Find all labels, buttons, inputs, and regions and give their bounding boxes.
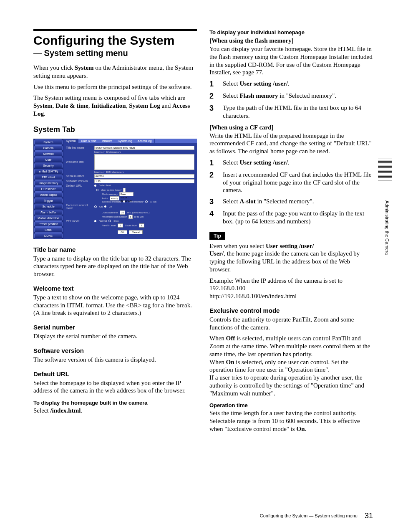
text: When: [209, 335, 226, 342]
step-text: Select User setting /user/.: [223, 80, 373, 88]
fig-maxwait-input[interactable]: 5: [128, 215, 132, 219]
fig-sidebar-item[interactable]: Image memory: [34, 180, 63, 186]
page-title: Configuring the System: [33, 33, 197, 48]
field-titlebar-text: Type a name to display on the title bar …: [33, 255, 197, 278]
fig-ptz-step: Step: [113, 220, 118, 222]
fig-sidebar-item[interactable]: Alarm output: [34, 192, 63, 198]
field-software-heading: Software version: [33, 347, 197, 354]
step-row: 1Select User setting /user/.: [209, 80, 373, 89]
fig-flash-free: Free space : 81920byte: [119, 192, 134, 196]
tip-p2: User/, the home page inside the camera c…: [209, 250, 373, 273]
fig-exclusive-off: Off: [109, 205, 112, 208]
field-titlebar-heading: Title bar name: [33, 246, 197, 253]
fig-sidebar-item[interactable]: Schedule: [34, 204, 63, 209]
fig-sidebar-item[interactable]: Camera: [34, 145, 63, 151]
fig-sidebar-item[interactable]: Preset position: [34, 221, 63, 227]
fig-pantilt-label: Pan/Tilt level: [102, 224, 116, 227]
fig-optime-input[interactable]: 30: [120, 210, 125, 215]
field-default-sub1-text: Select /index.html.: [33, 407, 197, 415]
step-text: Type the path of the HTML file in the te…: [223, 104, 373, 120]
fig-sidebar-item[interactable]: System: [34, 139, 63, 145]
fig-sidebar-item[interactable]: e-Mail (SMTP): [34, 169, 63, 174]
fig-tab[interactable]: System: [63, 139, 78, 143]
text: Select: [33, 407, 50, 414]
fig-flash-label: Flash memory: [102, 193, 118, 195]
fig-tab[interactable]: Initialize: [99, 139, 115, 143]
text: When you click: [33, 64, 75, 71]
fig-tab[interactable]: Date & time: [78, 139, 99, 143]
fig-defaulturl-opt2: User setting /user/: [101, 189, 121, 191]
fig-titlebar-label: Title bar name: [66, 146, 93, 149]
text: User/: [209, 250, 224, 257]
fig-software-input: 1.28: [94, 179, 194, 183]
fig-ok-button[interactable]: OK: [118, 230, 127, 234]
text: Even when you select: [209, 243, 266, 249]
fig-selmem-opt1: Flash memory: [128, 200, 144, 203]
text: .: [305, 426, 306, 432]
step-number: 2: [209, 171, 217, 180]
fig-maxwait-unit: (0 to 10): [134, 215, 144, 218]
footer-text: Configuring the System — System setting …: [260, 513, 358, 518]
text: Sets the time length for a user having t…: [209, 410, 360, 432]
page-subtitle: — System setting menu: [33, 48, 197, 58]
fig-sidebar-item[interactable]: Motion detection: [34, 215, 63, 221]
radio-on-icon[interactable]: [94, 220, 96, 222]
step-number: 3: [209, 198, 217, 206]
text: .: [44, 110, 45, 117]
text: ,: [88, 102, 92, 109]
fig-software-label: Software version: [66, 180, 93, 182]
fig-defaulturl-opt1: /index.html: [99, 184, 111, 187]
fig-zoom-select[interactable]: 1: [139, 223, 144, 228]
radio-on-icon[interactable]: [104, 205, 106, 208]
field-exclusive-p4: If a user tries to operate during operat…: [209, 374, 373, 397]
fig-aslot-label: A-slot: [102, 197, 108, 200]
fig-sidebar-item[interactable]: Network: [34, 151, 63, 157]
text: Off: [226, 335, 235, 342]
fig-tab[interactable]: Access log: [135, 139, 155, 143]
field-welcome-heading: Welcome text: [33, 285, 197, 292]
step-number: 1: [209, 80, 217, 89]
intro-paragraph-1: When you click System on the Administrat…: [33, 64, 197, 80]
intro-paragraph-2: Use this menu to perform the principal s…: [33, 83, 197, 91]
fig-sidebar-item[interactable]: DDNS: [34, 233, 63, 238]
step-row: 3Select A-slot in "Selected memory".: [209, 198, 373, 206]
fig-titlebar-input[interactable]: SONY Network Camera SNC-RZ25: [94, 146, 194, 150]
fig-sidebar-item[interactable]: FTP server: [34, 186, 63, 192]
side-decoration-lines: [378, 159, 392, 180]
col2-sub1-heading: To display your individual homepage: [209, 29, 373, 35]
radio-off-icon[interactable]: [94, 205, 97, 208]
fig-sidebar-item[interactable]: Security: [34, 163, 63, 168]
side-caption: Administrating the Camera: [385, 200, 390, 255]
fig-sidebar-item[interactable]: FTP client: [34, 175, 63, 180]
fig-sidebar-item[interactable]: Alarm buffer: [34, 210, 63, 215]
fig-zoom-label: Zoom level: [125, 224, 137, 227]
fig-maxwait-label: Maximum wait number: [102, 215, 127, 218]
step-text: Select User setting /user/.: [223, 159, 373, 167]
fig-tab[interactable]: System log: [115, 139, 135, 143]
fig-sidebar-item[interactable]: Trigger: [34, 198, 63, 203]
fig-user-input[interactable]: [123, 188, 126, 192]
text: /index.html: [50, 407, 81, 414]
step-number: 1: [209, 159, 217, 167]
section-system-tab: System Tab: [33, 125, 197, 135]
fig-sidebar-item[interactable]: Serial: [34, 227, 63, 233]
text: Initialization: [91, 102, 126, 109]
fig-welcome-input[interactable]: [94, 154, 194, 170]
tip-badge: Tip: [209, 232, 225, 240]
col2-p1: You can display your favorite homepage. …: [209, 45, 373, 76]
radio-off-icon[interactable]: [96, 189, 98, 191]
fig-welcome-label: Welcome text: [66, 160, 93, 163]
text: System: [33, 102, 53, 109]
field-default-heading: Default URL: [33, 370, 197, 377]
step-text: Select A-slot in "Selected memory".: [223, 198, 373, 205]
field-exclusive-p2: When Off is selected, multiple users can…: [209, 334, 373, 358]
radio-off-icon[interactable]: [108, 220, 111, 222]
radio-on-icon[interactable]: [94, 185, 96, 187]
radio-on-icon[interactable]: [123, 200, 125, 203]
field-serial-heading: Serial number: [33, 324, 197, 331]
radio-off-icon[interactable]: [145, 200, 148, 203]
fig-pantilt-select[interactable]: 1: [118, 223, 123, 228]
fig-sidebar-item[interactable]: User: [34, 157, 63, 162]
fig-serial-input: 642881: [94, 174, 194, 178]
fig-cancel-button[interactable]: Cancel: [129, 230, 143, 234]
